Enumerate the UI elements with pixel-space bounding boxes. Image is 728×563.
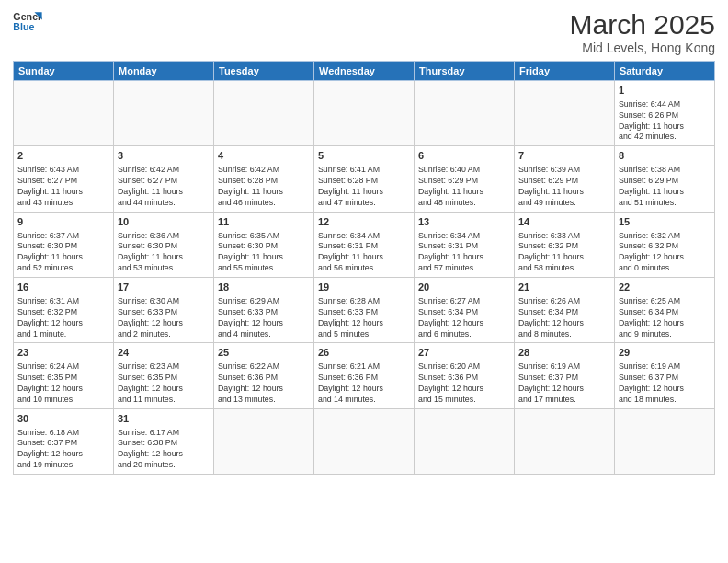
table-row: 11Sunrise: 6:35 AM Sunset: 6:30 PM Dayli… (214, 212, 314, 277)
day-number: 5 (318, 149, 410, 163)
calendar-week-row: 16Sunrise: 6:31 AM Sunset: 6:32 PM Dayli… (14, 278, 715, 343)
table-row: 12Sunrise: 6:34 AM Sunset: 6:31 PM Dayli… (314, 212, 415, 277)
table-row (515, 81, 615, 146)
col-tuesday: Tuesday (214, 62, 314, 81)
day-number: 20 (418, 281, 510, 294)
table-row: 2Sunrise: 6:43 AM Sunset: 6:27 PM Daylig… (14, 146, 114, 212)
col-friday: Friday (515, 62, 615, 81)
table-row: 31Sunrise: 6:17 AM Sunset: 6:38 PM Dayli… (114, 408, 214, 474)
table-row (14, 81, 114, 146)
calendar-week-row: 30Sunrise: 6:18 AM Sunset: 6:37 PM Dayli… (14, 408, 715, 474)
day-number: 1 (619, 84, 711, 98)
table-row: 30Sunrise: 6:18 AM Sunset: 6:37 PM Dayli… (14, 408, 114, 474)
day-info: Sunrise: 6:41 AM Sunset: 6:28 PM Dayligh… (318, 165, 410, 209)
logo: General Blue (13, 9, 42, 35)
day-info: Sunrise: 6:42 AM Sunset: 6:28 PM Dayligh… (218, 165, 310, 209)
table-row: 9Sunrise: 6:37 AM Sunset: 6:30 PM Daylig… (14, 212, 114, 277)
table-row: 8Sunrise: 6:38 AM Sunset: 6:29 PM Daylig… (615, 146, 715, 212)
page: General Blue March 2025 Mid Levels, Hong… (0, 0, 728, 563)
day-info: Sunrise: 6:37 AM Sunset: 6:30 PM Dayligh… (17, 231, 109, 275)
day-number: 21 (518, 281, 610, 294)
day-number: 22 (619, 281, 711, 294)
table-row: 24Sunrise: 6:23 AM Sunset: 6:35 PM Dayli… (114, 343, 214, 408)
day-info: Sunrise: 6:39 AM Sunset: 6:29 PM Dayligh… (518, 165, 610, 209)
day-number: 17 (118, 281, 210, 294)
col-thursday: Thursday (415, 62, 515, 81)
table-row (214, 81, 314, 146)
calendar-week-row: 1Sunrise: 6:44 AM Sunset: 6:26 PM Daylig… (14, 81, 715, 146)
table-row: 26Sunrise: 6:21 AM Sunset: 6:36 PM Dayli… (314, 343, 415, 408)
day-number: 26 (318, 346, 410, 360)
table-row: 15Sunrise: 6:32 AM Sunset: 6:32 PM Dayli… (615, 212, 715, 277)
table-row: 10Sunrise: 6:36 AM Sunset: 6:30 PM Dayli… (114, 212, 214, 277)
day-number: 2 (17, 149, 109, 163)
day-number: 4 (218, 149, 310, 163)
header: General Blue March 2025 Mid Levels, Hong… (13, 9, 715, 55)
day-info: Sunrise: 6:33 AM Sunset: 6:32 PM Dayligh… (518, 231, 610, 275)
table-row: 7Sunrise: 6:39 AM Sunset: 6:29 PM Daylig… (515, 146, 615, 212)
day-number: 28 (518, 346, 610, 360)
day-info: Sunrise: 6:42 AM Sunset: 6:27 PM Dayligh… (118, 165, 210, 209)
table-row: 18Sunrise: 6:29 AM Sunset: 6:33 PM Dayli… (214, 278, 314, 343)
day-number: 27 (418, 346, 510, 360)
day-info: Sunrise: 6:17 AM Sunset: 6:38 PM Dayligh… (118, 428, 210, 472)
table-row: 21Sunrise: 6:26 AM Sunset: 6:34 PM Dayli… (515, 278, 615, 343)
day-info: Sunrise: 6:38 AM Sunset: 6:29 PM Dayligh… (619, 165, 711, 209)
day-number: 25 (218, 346, 310, 360)
day-info: Sunrise: 6:28 AM Sunset: 6:33 PM Dayligh… (318, 296, 410, 340)
table-row (214, 408, 314, 474)
day-number: 3 (118, 149, 210, 163)
month-title: March 2025 (570, 9, 715, 40)
day-info: Sunrise: 6:18 AM Sunset: 6:37 PM Dayligh… (17, 428, 109, 472)
col-wednesday: Wednesday (314, 62, 415, 81)
day-info: Sunrise: 6:26 AM Sunset: 6:34 PM Dayligh… (518, 296, 610, 340)
table-row (515, 408, 615, 474)
day-info: Sunrise: 6:19 AM Sunset: 6:37 PM Dayligh… (518, 362, 610, 406)
table-row: 25Sunrise: 6:22 AM Sunset: 6:36 PM Dayli… (214, 343, 314, 408)
day-info: Sunrise: 6:34 AM Sunset: 6:31 PM Dayligh… (418, 231, 510, 275)
title-block: March 2025 Mid Levels, Hong Kong (570, 9, 715, 55)
table-row: 19Sunrise: 6:28 AM Sunset: 6:33 PM Dayli… (314, 278, 415, 343)
day-number: 7 (518, 149, 610, 163)
table-row: 14Sunrise: 6:33 AM Sunset: 6:32 PM Dayli… (515, 212, 615, 277)
day-number: 19 (318, 281, 410, 294)
table-row (114, 81, 214, 146)
table-row: 27Sunrise: 6:20 AM Sunset: 6:36 PM Dayli… (415, 343, 515, 408)
table-row: 17Sunrise: 6:30 AM Sunset: 6:33 PM Dayli… (114, 278, 214, 343)
day-info: Sunrise: 6:20 AM Sunset: 6:36 PM Dayligh… (418, 362, 510, 406)
calendar-week-row: 23Sunrise: 6:24 AM Sunset: 6:35 PM Dayli… (14, 343, 715, 408)
day-info: Sunrise: 6:31 AM Sunset: 6:32 PM Dayligh… (17, 296, 109, 340)
col-sunday: Sunday (14, 62, 114, 81)
generalblue-logo-icon: General Blue (13, 9, 42, 35)
day-info: Sunrise: 6:25 AM Sunset: 6:34 PM Dayligh… (619, 296, 711, 340)
day-number: 31 (118, 412, 210, 426)
day-number: 29 (619, 346, 711, 360)
day-info: Sunrise: 6:34 AM Sunset: 6:31 PM Dayligh… (318, 231, 410, 275)
day-info: Sunrise: 6:27 AM Sunset: 6:34 PM Dayligh… (418, 296, 510, 340)
day-number: 13 (418, 215, 510, 229)
table-row (415, 81, 515, 146)
day-number: 12 (318, 215, 410, 229)
day-info: Sunrise: 6:40 AM Sunset: 6:29 PM Dayligh… (418, 165, 510, 209)
day-number: 24 (118, 346, 210, 360)
table-row: 3Sunrise: 6:42 AM Sunset: 6:27 PM Daylig… (114, 146, 214, 212)
day-info: Sunrise: 6:43 AM Sunset: 6:27 PM Dayligh… (17, 165, 109, 209)
day-info: Sunrise: 6:44 AM Sunset: 6:26 PM Dayligh… (619, 99, 711, 144)
day-number: 11 (218, 215, 310, 229)
day-info: Sunrise: 6:30 AM Sunset: 6:33 PM Dayligh… (118, 296, 210, 340)
calendar-week-row: 2Sunrise: 6:43 AM Sunset: 6:27 PM Daylig… (14, 146, 715, 212)
day-number: 15 (619, 215, 711, 229)
day-number: 8 (619, 149, 711, 163)
table-row: 28Sunrise: 6:19 AM Sunset: 6:37 PM Dayli… (515, 343, 615, 408)
location-subtitle: Mid Levels, Hong Kong (570, 40, 715, 55)
table-row (415, 408, 515, 474)
day-number: 9 (17, 215, 109, 229)
calendar: Sunday Monday Tuesday Wednesday Thursday… (13, 61, 715, 475)
table-row: 16Sunrise: 6:31 AM Sunset: 6:32 PM Dayli… (14, 278, 114, 343)
day-info: Sunrise: 6:21 AM Sunset: 6:36 PM Dayligh… (318, 362, 410, 406)
calendar-header-row: Sunday Monday Tuesday Wednesday Thursday… (14, 62, 715, 81)
day-number: 6 (418, 149, 510, 163)
col-monday: Monday (114, 62, 214, 81)
table-row (615, 408, 715, 474)
day-number: 30 (17, 412, 109, 426)
